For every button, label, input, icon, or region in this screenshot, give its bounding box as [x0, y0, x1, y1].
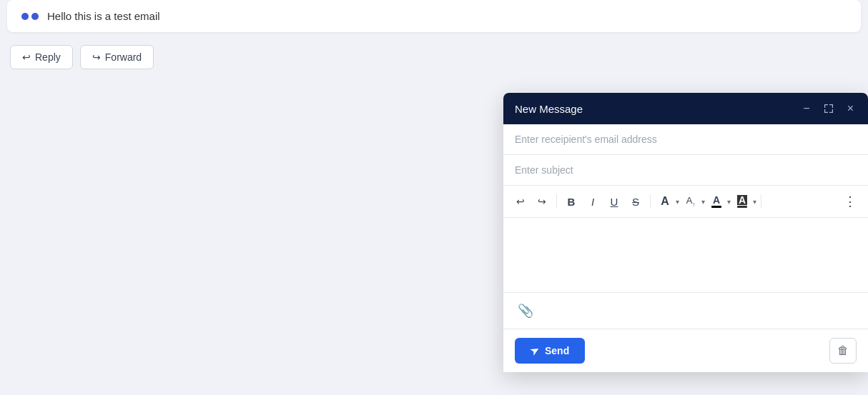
bold-button[interactable]: B — [561, 191, 581, 211]
strikethrough-icon: S — [632, 196, 639, 208]
compose-footer-send: ➤ Send 🗑 — [503, 329, 868, 372]
toolbar-sep-2 — [650, 194, 651, 209]
undo-icon: ↩ — [516, 196, 525, 207]
more-icon: ⋮ — [844, 194, 857, 209]
svg-rect-5 — [824, 109, 825, 113]
compose-toolbar: ↩ ↪ B I U S A ▾ A↑ ▾ — [503, 186, 868, 218]
svg-rect-1 — [824, 104, 825, 108]
undo-button[interactable]: ↩ — [511, 191, 531, 211]
recipient-input[interactable] — [515, 134, 857, 145]
font-size-grow-icon: A↑ — [686, 195, 696, 208]
delete-button[interactable]: 🗑 — [829, 338, 857, 364]
compose-header-actions: − × — [800, 101, 857, 116]
more-options-button[interactable]: ⋮ — [839, 191, 861, 211]
reply-button[interactable]: ↩ Reply — [10, 45, 73, 69]
svg-rect-7 — [832, 109, 832, 113]
compose-header: New Message − × — [503, 93, 868, 124]
highlight-group: A ▾ — [732, 191, 756, 211]
delete-icon: 🗑 — [837, 344, 849, 357]
font-size-grow-group: A↑ ▾ — [681, 191, 705, 211]
font-size-button[interactable]: A — [655, 191, 675, 211]
compose-title: New Message — [515, 103, 583, 115]
attach-icon: 📎 — [518, 303, 533, 319]
font-size-arrow: ▾ — [676, 198, 679, 206]
send-button[interactable]: ➤ Send — [515, 338, 585, 364]
email-dot-1 — [21, 13, 29, 20]
italic-icon: I — [591, 196, 594, 208]
highlight-button[interactable]: A — [732, 191, 752, 211]
expand-button[interactable] — [820, 101, 837, 116]
font-color-group: A ▾ — [706, 191, 731, 211]
highlight-arrow: ▾ — [753, 198, 756, 206]
font-color-arrow: ▾ — [727, 198, 731, 206]
body-input[interactable] — [515, 225, 857, 282]
email-subject: Hello this is a test email — [47, 10, 160, 22]
reply-icon: ↩ — [22, 51, 31, 63]
svg-rect-3 — [832, 104, 832, 108]
email-dots — [21, 13, 39, 20]
recipient-field — [503, 124, 868, 155]
send-label: Send — [545, 345, 569, 356]
minimize-button[interactable]: − — [800, 101, 812, 116]
send-icon: ➤ — [528, 344, 541, 358]
reply-label: Reply — [35, 51, 61, 63]
compose-footer-attach: 📎 — [503, 293, 868, 329]
font-color-a: A — [713, 195, 720, 205]
subject-field — [503, 155, 868, 186]
highlight-a: A — [737, 195, 747, 205]
email-preview-bar: Hello this is a test email — [7, 0, 861, 32]
font-size-grow-arrow: ▾ — [701, 198, 705, 206]
subject-input[interactable] — [515, 164, 857, 176]
close-button[interactable]: × — [844, 101, 857, 116]
underline-button[interactable]: U — [604, 191, 624, 211]
italic-button[interactable]: I — [583, 191, 603, 211]
compose-body — [503, 218, 868, 293]
redo-icon: ↪ — [538, 196, 546, 207]
bold-icon: B — [568, 196, 576, 208]
redo-button[interactable]: ↪ — [532, 191, 552, 211]
action-buttons-area: ↩ Reply ↪ Forward — [0, 32, 868, 82]
toolbar-sep-1 — [556, 194, 557, 209]
attach-button[interactable]: 📎 — [515, 300, 536, 321]
underline-icon: U — [611, 196, 618, 208]
forward-button[interactable]: ↪ Forward — [80, 45, 154, 69]
compose-window: New Message − × — [503, 93, 868, 372]
font-size-group: A ▾ — [655, 191, 679, 211]
email-dot-2 — [31, 13, 39, 20]
forward-label: Forward — [105, 51, 142, 63]
toolbar-sep-3 — [761, 194, 761, 209]
forward-icon: ↪ — [92, 51, 101, 63]
strikethrough-button[interactable]: S — [626, 191, 646, 211]
font-size-icon: A — [661, 195, 669, 208]
expand-icon — [823, 103, 834, 114]
font-size-grow-button[interactable]: A↑ — [681, 191, 701, 211]
font-color-bar — [711, 206, 721, 208]
highlight-bar — [737, 206, 747, 208]
font-color-button[interactable]: A — [706, 191, 726, 211]
